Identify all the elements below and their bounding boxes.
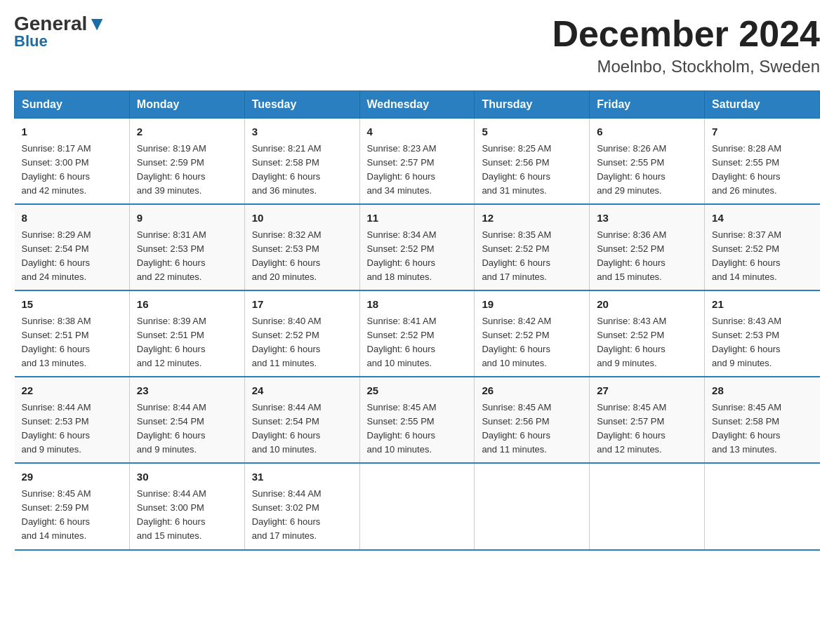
table-row [475,463,590,549]
day-info: Sunrise: 8:31 AMSunset: 2:53 PMDaylight:… [137,228,237,285]
table-row: 2 Sunrise: 8:19 AMSunset: 2:59 PMDayligh… [129,119,244,205]
day-number: 17 [252,297,352,313]
day-info: Sunrise: 8:32 AMSunset: 2:53 PMDaylight:… [252,228,352,285]
table-row: 22 Sunrise: 8:44 AMSunset: 2:53 PMDaylig… [15,377,130,463]
day-info: Sunrise: 8:26 AMSunset: 2:55 PMDaylight:… [597,142,697,199]
col-sunday: Sunday [15,91,130,119]
day-info: Sunrise: 8:39 AMSunset: 2:51 PMDaylight:… [137,314,237,371]
table-row: 24 Sunrise: 8:44 AMSunset: 2:54 PMDaylig… [244,377,359,463]
day-info: Sunrise: 8:42 AMSunset: 2:52 PMDaylight:… [482,314,582,371]
calendar-week-5: 29 Sunrise: 8:45 AMSunset: 2:59 PMDaylig… [15,463,820,549]
table-row: 25 Sunrise: 8:45 AMSunset: 2:55 PMDaylig… [359,377,475,463]
day-info: Sunrise: 8:44 AMSunset: 2:54 PMDaylight:… [137,401,237,457]
table-row: 28 Sunrise: 8:45 AMSunset: 2:58 PMDaylig… [705,377,820,463]
col-friday: Friday [590,91,705,119]
calendar-week-4: 22 Sunrise: 8:44 AMSunset: 2:53 PMDaylig… [15,377,820,463]
table-row [705,463,820,549]
day-info: Sunrise: 8:23 AMSunset: 2:57 PMDaylight:… [367,142,468,199]
day-number: 6 [597,124,697,140]
day-number: 14 [712,210,812,227]
day-number: 3 [252,124,352,140]
day-number: 9 [137,210,237,227]
day-info: Sunrise: 8:45 AMSunset: 2:55 PMDaylight:… [367,401,468,457]
day-info: Sunrise: 8:28 AMSunset: 2:55 PMDaylight:… [712,142,812,199]
table-row: 21 Sunrise: 8:43 AMSunset: 2:53 PMDaylig… [705,290,820,377]
day-number: 18 [367,297,468,313]
table-row: 12 Sunrise: 8:35 AMSunset: 2:52 PMDaylig… [475,204,590,290]
table-row: 16 Sunrise: 8:39 AMSunset: 2:51 PMDaylig… [129,290,244,377]
day-info: Sunrise: 8:34 AMSunset: 2:52 PMDaylight:… [367,228,468,285]
day-info: Sunrise: 8:40 AMSunset: 2:52 PMDaylight:… [252,314,352,371]
day-number: 20 [597,297,697,313]
table-row: 1 Sunrise: 8:17 AMSunset: 3:00 PMDayligh… [15,119,130,205]
table-row: 11 Sunrise: 8:34 AMSunset: 2:52 PMDaylig… [359,204,475,290]
day-info: Sunrise: 8:41 AMSunset: 2:52 PMDaylight:… [367,314,468,371]
table-row: 3 Sunrise: 8:21 AMSunset: 2:58 PMDayligh… [244,119,359,205]
page-header: General▼ Blue December 2024 Moelnbo, Sto… [14,14,820,76]
table-row: 4 Sunrise: 8:23 AMSunset: 2:57 PMDayligh… [359,119,475,205]
table-row: 20 Sunrise: 8:43 AMSunset: 2:52 PMDaylig… [590,290,705,377]
day-info: Sunrise: 8:38 AMSunset: 2:51 PMDaylight:… [22,314,122,371]
table-row: 7 Sunrise: 8:28 AMSunset: 2:55 PMDayligh… [705,119,820,205]
day-info: Sunrise: 8:43 AMSunset: 2:52 PMDaylight:… [597,314,697,371]
table-row: 18 Sunrise: 8:41 AMSunset: 2:52 PMDaylig… [359,290,475,377]
col-saturday: Saturday [705,91,820,119]
table-row [590,463,705,549]
day-number: 31 [252,469,352,485]
day-info: Sunrise: 8:44 AMSunset: 2:54 PMDaylight:… [252,401,352,457]
location-subtitle: Moelnbo, Stockholm, Sweden [552,57,820,76]
day-number: 21 [712,297,812,313]
day-number: 25 [367,383,468,399]
day-number: 8 [22,210,122,227]
month-title: December 2024 [552,14,820,54]
calendar-week-3: 15 Sunrise: 8:38 AMSunset: 2:51 PMDaylig… [15,290,820,377]
day-info: Sunrise: 8:45 AMSunset: 2:57 PMDaylight:… [597,401,697,457]
table-row: 6 Sunrise: 8:26 AMSunset: 2:55 PMDayligh… [590,119,705,205]
table-row: 5 Sunrise: 8:25 AMSunset: 2:56 PMDayligh… [475,119,590,205]
logo-arrow-icon: ▼ [87,13,107,34]
table-row: 17 Sunrise: 8:40 AMSunset: 2:52 PMDaylig… [244,290,359,377]
table-row: 30 Sunrise: 8:44 AMSunset: 3:00 PMDaylig… [129,463,244,549]
table-row: 26 Sunrise: 8:45 AMSunset: 2:56 PMDaylig… [475,377,590,463]
day-info: Sunrise: 8:36 AMSunset: 2:52 PMDaylight:… [597,228,697,285]
day-info: Sunrise: 8:29 AMSunset: 2:54 PMDaylight:… [22,228,122,285]
day-number: 1 [22,124,122,140]
col-monday: Monday [129,91,244,119]
day-number: 12 [482,210,582,227]
day-info: Sunrise: 8:45 AMSunset: 2:56 PMDaylight:… [482,401,582,457]
col-tuesday: Tuesday [244,91,359,119]
calendar-week-2: 8 Sunrise: 8:29 AMSunset: 2:54 PMDayligh… [15,204,820,290]
day-number: 4 [367,124,468,140]
day-number: 2 [137,124,237,140]
day-info: Sunrise: 8:35 AMSunset: 2:52 PMDaylight:… [482,228,582,285]
table-row: 10 Sunrise: 8:32 AMSunset: 2:53 PMDaylig… [244,204,359,290]
calendar-header-row: Sunday Monday Tuesday Wednesday Thursday… [15,91,820,119]
day-number: 7 [712,124,812,140]
day-number: 5 [482,124,582,140]
day-number: 24 [252,383,352,399]
day-info: Sunrise: 8:21 AMSunset: 2:58 PMDaylight:… [252,142,352,199]
logo-general-text: General▼ [14,14,107,34]
title-section: December 2024 Moelnbo, Stockholm, Sweden [552,14,820,76]
day-number: 30 [137,469,237,485]
table-row: 23 Sunrise: 8:44 AMSunset: 2:54 PMDaylig… [129,377,244,463]
day-info: Sunrise: 8:43 AMSunset: 2:53 PMDaylight:… [712,314,812,371]
day-number: 27 [597,383,697,399]
logo: General▼ Blue [14,14,107,51]
day-number: 13 [597,210,697,227]
day-number: 23 [137,383,237,399]
day-info: Sunrise: 8:45 AMSunset: 2:58 PMDaylight:… [712,401,812,457]
day-number: 22 [22,383,122,399]
day-number: 28 [712,383,812,399]
day-info: Sunrise: 8:45 AMSunset: 2:59 PMDaylight:… [22,487,122,544]
day-number: 15 [22,297,122,313]
col-wednesday: Wednesday [359,91,475,119]
table-row: 29 Sunrise: 8:45 AMSunset: 2:59 PMDaylig… [15,463,130,549]
col-thursday: Thursday [475,91,590,119]
day-info: Sunrise: 8:37 AMSunset: 2:52 PMDaylight:… [712,228,812,285]
day-info: Sunrise: 8:25 AMSunset: 2:56 PMDaylight:… [482,142,582,199]
table-row: 27 Sunrise: 8:45 AMSunset: 2:57 PMDaylig… [590,377,705,463]
table-row: 31 Sunrise: 8:44 AMSunset: 3:02 PMDaylig… [244,463,359,549]
day-number: 26 [482,383,582,399]
day-info: Sunrise: 8:17 AMSunset: 3:00 PMDaylight:… [22,142,122,199]
